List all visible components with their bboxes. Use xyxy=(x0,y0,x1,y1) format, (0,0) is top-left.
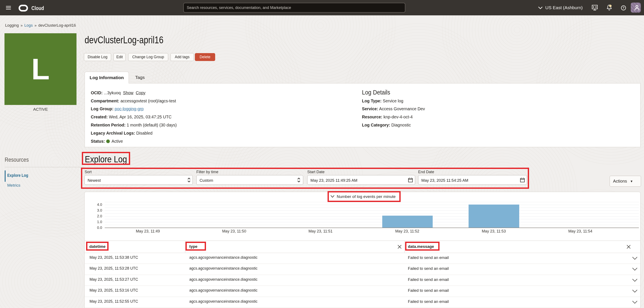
svg-text:?: ? xyxy=(623,6,624,9)
